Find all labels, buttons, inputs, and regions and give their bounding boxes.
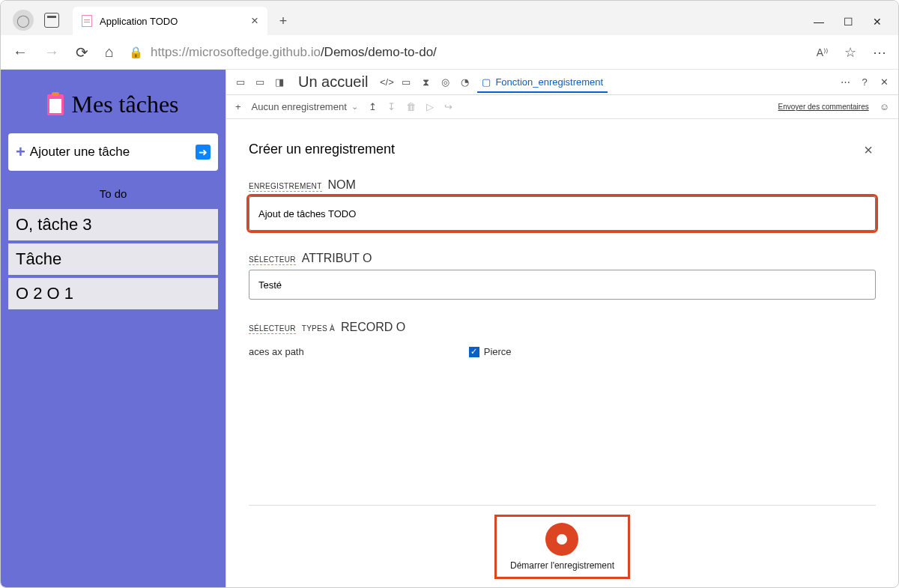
clipboard-icon (47, 94, 64, 115)
camera-icon: ▢ (482, 76, 491, 88)
elements-icon[interactable]: </> (380, 76, 393, 89)
submit-arrow-icon[interactable]: ➜ (196, 145, 211, 160)
start-recording-highlight: Démarrer l'enregistrement (494, 515, 630, 579)
refresh-button[interactable]: ⟳ (76, 43, 88, 61)
label-record: RECORD O (341, 321, 405, 334)
panel-title: Créer un enregistrement (249, 142, 876, 157)
inspect-icon[interactable]: ▭ (234, 76, 247, 89)
feedback-emoji-icon[interactable]: ☺ (880, 101, 889, 112)
help-icon[interactable]: ? (858, 76, 871, 89)
selector-attribute-input[interactable] (249, 270, 876, 300)
more-icon[interactable]: ⋯ (873, 44, 886, 61)
favicon-icon (82, 15, 92, 27)
more-tabs-icon[interactable]: ⋯ (838, 76, 852, 89)
address-bar[interactable]: 🔒 https://microsoftedge.github.io/Demos/… (129, 45, 802, 60)
tab-recorder[interactable]: ▢ Fonction_enregistrement (477, 72, 608, 93)
profile-avatar[interactable]: ◯ (13, 10, 34, 31)
tab-actions-icon[interactable] (44, 13, 59, 28)
lock-icon: 🔒 (129, 46, 143, 59)
dock-icon[interactable]: ◨ (273, 76, 286, 89)
browser-tab[interactable]: Application TODO × (73, 7, 267, 35)
close-tab-icon[interactable]: × (251, 13, 258, 28)
back-button[interactable]: ← (13, 43, 28, 61)
favorite-icon[interactable]: ☆ (844, 44, 856, 61)
replay-settings-icon[interactable]: ↪ (444, 101, 452, 112)
label-recording: ENREGISTREMENT (249, 182, 322, 192)
read-aloud-icon[interactable]: A⁾⁾ (817, 46, 828, 58)
label-selector: SÉLECTEUR (249, 255, 296, 265)
checkbox-aria[interactable]: aces ax path (249, 346, 304, 357)
plus-icon: + (16, 142, 25, 162)
close-devtools-icon[interactable]: ✕ (877, 76, 891, 89)
performance-icon[interactable]: ◔ (458, 76, 471, 89)
console-icon[interactable]: ▭ (399, 76, 413, 89)
new-tab-button[interactable]: + (272, 10, 294, 32)
checkbox-checked-icon: ✓ (469, 347, 479, 357)
tab-welcome[interactable]: Un accueil (292, 73, 374, 91)
device-icon[interactable]: ▭ (253, 76, 267, 89)
section-heading: To do (8, 187, 218, 200)
task-item[interactable]: Tâche (8, 243, 218, 275)
devtools-tabstrip: ▭ ▭ ◨ Un accueil </> ▭ ⧗ ◎ ◔ ▢ Fonction_… (226, 70, 898, 95)
recording-name-input[interactable] (249, 196, 876, 231)
send-feedback-link[interactable]: Envoyer des commentaires (778, 103, 869, 111)
window-close-button[interactable]: ✕ (873, 16, 882, 28)
start-recording-button[interactable] (545, 523, 578, 556)
close-panel-icon[interactable]: × (864, 142, 873, 159)
page-title: Mes tâches (8, 91, 218, 118)
delete-icon[interactable]: 🗑 (406, 101, 416, 112)
label-selector2: SÉLECTEUR (249, 324, 296, 334)
tab-title: Application TODO (100, 16, 178, 27)
label-types: TYPES À (302, 324, 335, 333)
forward-button: → (44, 43, 59, 61)
sources-icon[interactable]: ⧗ (419, 76, 432, 89)
window-maximize-button[interactable]: ☐ (844, 16, 853, 28)
network-icon[interactable]: ◎ (438, 76, 452, 89)
add-recording-icon[interactable]: + (235, 101, 241, 112)
start-recording-label: Démarrer l'enregistrement (510, 560, 614, 571)
add-task-label: Ajouter une tâche (30, 145, 130, 160)
task-item[interactable]: O, tâche 3 (8, 209, 218, 240)
label-name: NOM (328, 178, 356, 192)
checkbox-pierce[interactable]: ✓ Pierce (469, 346, 512, 357)
add-task-bar[interactable]: + Ajouter une tâche ➜ (8, 133, 218, 171)
recording-select[interactable]: Aucun enregistrement ⌄ (252, 101, 358, 112)
home-button[interactable]: ⌂ (105, 43, 114, 61)
task-item[interactable]: O 2 O 1 (8, 278, 218, 309)
play-icon[interactable]: ▷ (426, 101, 434, 112)
recorder-toolbar: + Aucun enregistrement ⌄ ↥ ↧ 🗑 ▷ ↪ Envoy… (226, 95, 898, 119)
chevron-down-icon: ⌄ (351, 102, 358, 112)
window-minimize-button[interactable]: — (814, 16, 824, 28)
export-icon[interactable]: ↥ (369, 101, 377, 112)
label-attribute: ATTRIBUT O (302, 252, 372, 265)
import-icon[interactable]: ↧ (387, 101, 396, 112)
app-sidebar: Mes tâches + Ajouter une tâche ➜ To do O… (1, 70, 225, 587)
